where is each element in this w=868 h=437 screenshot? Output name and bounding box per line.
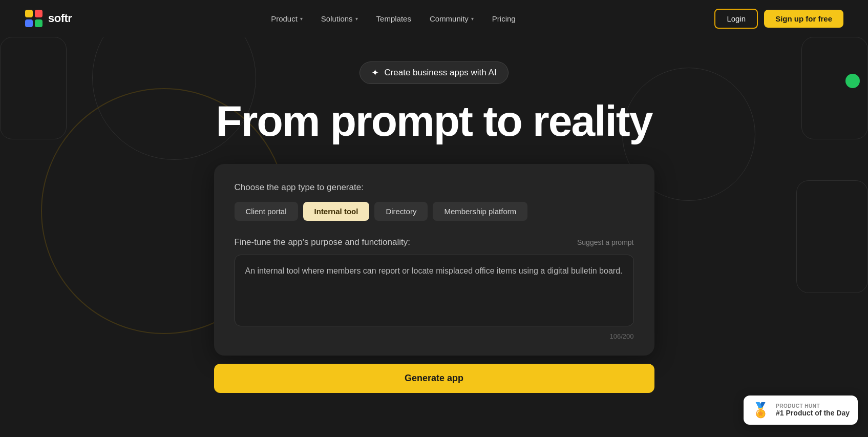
nav-solutions[interactable]: Solutions ▾ [314,10,365,27]
green-dot-indicator [845,74,860,88]
nav-product[interactable]: Product ▾ [264,10,310,27]
chevron-down-icon: ▾ [355,16,358,22]
hero-cta: Generate app [214,364,654,393]
product-hunt-text: PRODUCT HUNT #1 Product of the Day [776,403,850,417]
hero-title: From prompt to reality [216,98,652,143]
navbar: softr Product ▾ Solutions ▾ Templates Co… [0,0,868,37]
app-type-membership-platform[interactable]: Membership platform [433,202,527,221]
bg-rect-2 [801,37,868,139]
bg-rect-3 [796,180,868,293]
fine-tune-header: Fine-tune the app's purpose and function… [235,237,634,247]
chevron-down-icon: ▾ [471,16,474,22]
app-type-client-portal[interactable]: Client portal [235,202,298,221]
svg-rect-2 [25,19,33,27]
nav-templates[interactable]: Templates [369,10,418,27]
hero-section: ✦ Create business apps with AI From prom… [0,37,868,436]
svg-rect-3 [35,19,43,27]
logo-text: softr [48,12,72,25]
app-builder-card: Choose the app type to generate: Client … [214,164,654,356]
generate-app-button[interactable]: Generate app [214,364,654,393]
svg-rect-0 [25,10,33,17]
app-type-directory[interactable]: Directory [374,202,428,221]
logo[interactable]: softr [25,9,72,28]
nav-community[interactable]: Community ▾ [422,10,481,27]
bg-rect-1 [0,37,67,139]
fine-tune-textarea[interactable] [235,255,634,326]
char-counter: 106/200 [235,332,634,340]
ai-badge-text: Create business apps with AI [384,68,496,78]
nav-links: Product ▾ Solutions ▾ Templates Communit… [264,10,523,27]
fine-tune-label: Fine-tune the app's purpose and function… [235,237,410,247]
ai-badge[interactable]: ✦ Create business apps with AI [359,61,508,84]
product-hunt-badge[interactable]: 🏅 PRODUCT HUNT #1 Product of the Day [744,396,858,425]
signup-button[interactable]: Sign up for free [764,10,843,28]
nav-actions: Login Sign up for free [714,9,843,29]
chevron-down-icon: ▾ [300,16,303,22]
app-type-buttons: Client portal Internal tool Directory Me… [235,202,634,221]
medal-icon: 🏅 [752,402,770,419]
nav-pricing[interactable]: Pricing [485,10,523,27]
svg-rect-1 [35,10,43,17]
choose-label: Choose the app type to generate: [235,182,634,193]
login-button[interactable]: Login [714,9,758,29]
product-hunt-title: #1 Product of the Day [776,409,850,417]
sparkle-icon: ✦ [371,67,379,78]
suggest-prompt-link[interactable]: Suggest a prompt [577,238,634,246]
product-hunt-label: PRODUCT HUNT [776,403,850,409]
app-type-internal-tool[interactable]: Internal tool [303,202,370,221]
